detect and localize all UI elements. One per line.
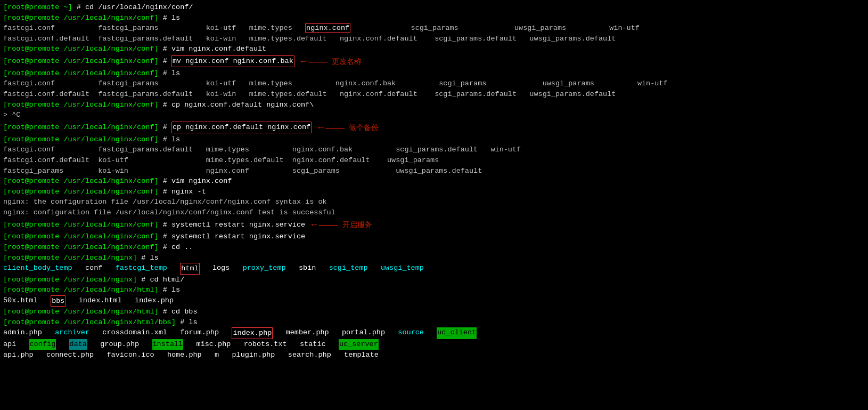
term-line: [root@promote /usr/local/nginx/conf] # v…: [3, 44, 865, 54]
term-line: [root@promote /usr/local/nginx/conf] # m…: [3, 54, 865, 68]
term-line: [root@promote /usr/local/nginx/conf] # c…: [3, 242, 865, 253]
term-line: > ^C: [3, 110, 865, 120]
term-line: fastcgi_params koi-win nginx.conf scgi_p…: [3, 166, 865, 176]
term-line: [root@promote /usr/local/nginx/conf] # v…: [3, 176, 865, 187]
term-line: [root@promote /usr/local/nginx] # cd htm…: [3, 275, 865, 285]
term-line: [root@promote /usr/local/nginx/conf] # c…: [3, 120, 865, 134]
term-line: api config data group.php install misc.p…: [3, 339, 865, 350]
term-line: api.php connect.php favicon.ico home.php…: [3, 350, 865, 360]
term-line: [root@promote ~] # cd /usr/local/nginx/c…: [3, 2, 865, 13]
term-line: [root@promote /usr/local/nginx/conf] # l…: [3, 13, 865, 23]
term-line: [root@promote /usr/local/nginx/conf] # s…: [3, 218, 865, 231]
term-line: [root@promote /usr/local/nginx/conf] # n…: [3, 187, 865, 197]
term-line: nginx: configuration file /usr/local/ngi…: [3, 207, 865, 218]
term-line: fastcgi.conf fastcgi_params.default mime…: [3, 144, 865, 155]
term-line: fastcgi.conf.default fastcgi_params.defa…: [3, 34, 865, 44]
term-line: [root@promote /usr/local/nginx] # ls: [3, 253, 865, 263]
term-line: nginx: the configuration file /usr/local…: [3, 197, 865, 207]
term-line: fastcgi.conf.default fastcgi_params.defa…: [3, 89, 865, 100]
term-line: client_body_temp conf fastcgi_temp html …: [3, 263, 865, 275]
term-line: fastcgi.conf.default koi-utf mime.types.…: [3, 155, 865, 166]
term-line: admin.php archiver crossdomain.xml forum…: [3, 327, 865, 339]
term-line: [root@promote /usr/local/nginx/conf] # l…: [3, 134, 865, 145]
term-line: [root@promote /usr/local/nginx/html/bbs]…: [3, 317, 865, 328]
term-line: 50x.html bbs index.html index.php: [3, 295, 865, 307]
term-line: [root@promote /usr/local/nginx/html] # l…: [3, 285, 865, 295]
term-line: [root@promote /usr/local/nginx/conf] # s…: [3, 231, 865, 242]
term-line: [root@promote /usr/local/nginx/conf] # l…: [3, 68, 865, 79]
term-line: fastcgi.conf fastcgi_params koi-utf mime…: [3, 78, 865, 89]
term-line: [root@promote /usr/local/nginx/html] # c…: [3, 307, 865, 317]
terminal: [root@promote ~] # cd /usr/local/nginx/c…: [3, 2, 865, 360]
term-line: [root@promote /usr/local/nginx/conf] # c…: [3, 100, 865, 110]
term-line: fastcgi.conf fastcgi_params koi-utf mime…: [3, 23, 865, 34]
